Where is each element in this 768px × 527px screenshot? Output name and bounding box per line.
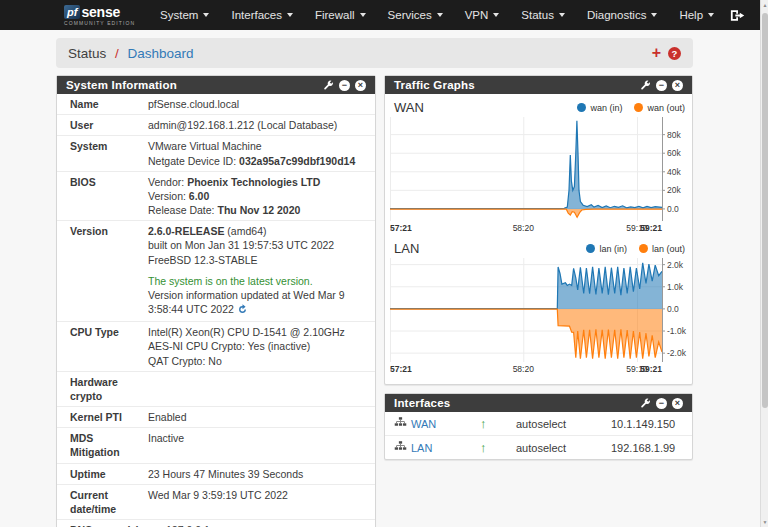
main-menu: SystemInterfacesFirewallServicesVPNStatu… (149, 0, 725, 30)
menu-firewall[interactable]: Firewall (304, 0, 377, 30)
si-label: MDS Mitigation (70, 431, 148, 459)
add-widget-icon[interactable]: + (652, 46, 661, 60)
interfaces-panel: Interfaces −× WAN↑autoselect10.1.149.150… (384, 393, 693, 460)
lan-chart: 2.0k1.0k0.0-1.0k-2.0k57:2158:2059:1059:2… (390, 256, 687, 375)
legend-item: lan (out) (639, 244, 685, 254)
breadcrumb-page-link[interactable]: Dashboard (128, 46, 194, 61)
svg-text:0.0: 0.0 (667, 304, 679, 314)
minimize-icon[interactable]: − (339, 80, 350, 91)
minimize-icon[interactable]: − (656, 398, 667, 409)
si-value: 2.6.0-RELEASE (amd64)built on Mon Jan 31… (148, 224, 365, 318)
chevron-down-icon (203, 13, 209, 17)
refresh-icon[interactable] (237, 304, 248, 318)
si-value: pfSense.cloud.local (148, 97, 365, 111)
close-icon[interactable]: × (355, 80, 366, 91)
legend-dot-icon (634, 103, 643, 112)
wrench-icon[interactable] (640, 398, 651, 409)
svg-text:20k: 20k (667, 185, 681, 195)
help-icon[interactable]: ? (668, 47, 681, 60)
si-row-uptime: Uptime23 Hours 47 Minutes 39 Seconds (57, 464, 375, 485)
legend-dot-icon (586, 244, 595, 253)
legend-dot-icon (577, 103, 586, 112)
minimize-icon[interactable]: − (656, 80, 667, 91)
legend-item: wan (in) (577, 103, 622, 113)
wrench-icon[interactable] (640, 80, 651, 91)
si-row-bios: BIOSVendor: Phoenix Technologies LTDVers… (57, 172, 375, 222)
scroll-down-icon[interactable]: ▼ (761, 519, 768, 525)
interface-row-lan: LAN↑autoselect192.168.1.99 (385, 435, 692, 459)
si-row-name: NamepfSense.cloud.local (57, 94, 375, 115)
svg-text:57:21: 57:21 (390, 364, 412, 374)
interface-media: autoselect (516, 442, 611, 454)
sitemap-icon (394, 417, 407, 430)
menu-system[interactable]: System (149, 0, 220, 30)
si-row-system: SystemVMware Virtual MachineNetgate Devi… (57, 136, 375, 171)
si-label: Name (70, 97, 148, 111)
svg-text:59:21: 59:21 (640, 223, 662, 233)
interface-address: 10.1.149.150 (611, 418, 683, 430)
menu-help[interactable]: Help (668, 0, 725, 30)
svg-text:58:20: 58:20 (513, 223, 535, 233)
si-row-current-date-time: Current date/timeWed Mar 9 3:59:19 UTC 2… (57, 485, 375, 520)
si-row-mds-mitigation: MDS MitigationInactive (57, 428, 375, 463)
page-scrollbar[interactable]: ▲ ▼ (760, 0, 768, 527)
legend-item: wan (out) (634, 103, 685, 113)
menu-status[interactable]: Status (510, 0, 576, 30)
interface-up-icon: ↑ (480, 418, 516, 430)
interface-link-lan[interactable]: LAN (411, 442, 432, 454)
legend: wan (in)wan (out) (577, 103, 685, 113)
scrollbar-thumb[interactable] (762, 13, 768, 408)
breadcrumb: Status / Dashboard + ? (56, 38, 693, 68)
panel-tools: −× (323, 80, 366, 91)
traffic-graphs-panel: Traffic Graphs −× WANwan (in)wan (out)80… (384, 75, 693, 385)
legend-dot-icon (639, 244, 648, 253)
panel-tools: −× (640, 398, 683, 409)
brand-edition: COMMUNITY EDITION (64, 20, 135, 26)
wrench-icon[interactable] (323, 80, 334, 91)
si-row-kernel-pti: Kernel PTIEnabled (57, 407, 375, 428)
lan-graph: LANlan (in)lan (out)2.0k1.0k0.0-1.0k-2.0… (390, 240, 687, 379)
wan-chart: 80k60k40k20k0.057:2158:2059:1059:21 (390, 115, 687, 234)
panel-title: Traffic Graphs (394, 79, 475, 91)
system-information-panel: System Information −× NamepfSense.cloud.… (56, 75, 376, 527)
menu-vpn[interactable]: VPN (454, 0, 511, 30)
menu-interfaces[interactable]: Interfaces (220, 0, 304, 30)
chevron-down-icon (559, 13, 565, 17)
close-icon[interactable]: × (672, 398, 683, 409)
si-row-user: Useradmin@192.168.1.212 (Local Database) (57, 115, 375, 136)
brand-name: sense (81, 5, 120, 19)
interface-media: autoselect (516, 418, 611, 430)
chevron-down-icon (708, 13, 714, 17)
interface-link-wan[interactable]: WAN (411, 418, 436, 430)
pfsense-logo[interactable]: pf sense COMMUNITY EDITION (64, 5, 135, 26)
svg-text:80k: 80k (667, 130, 681, 140)
si-label: Hardware crypto (70, 375, 148, 403)
si-value: Wed Mar 9 3:59:19 UTC 2022 (148, 488, 365, 516)
scroll-up-icon[interactable]: ▲ (761, 2, 768, 8)
si-label: User (70, 118, 148, 132)
top-navbar: pf sense COMMUNITY EDITION SystemInterfa… (0, 0, 760, 30)
si-value: Vendor: Phoenix Technologies LTDVersion:… (148, 175, 365, 218)
svg-text:0.0: 0.0 (667, 204, 679, 214)
svg-text:2.0k: 2.0k (667, 260, 684, 270)
si-value: 127.0.0.110.1.149.101.1.1.18.8.8.8 (148, 523, 365, 527)
si-label: CPU Type (70, 325, 148, 368)
system-information-body: NamepfSense.cloud.localUseradmin@192.168… (57, 94, 375, 527)
close-icon[interactable]: × (672, 80, 683, 91)
si-value (148, 375, 365, 403)
si-label: Current date/time (70, 488, 148, 516)
si-label: Kernel PTI (70, 410, 148, 424)
wan-graph: WANwan (in)wan (out)80k60k40k20k0.057:21… (390, 99, 687, 238)
si-value: admin@192.168.1.212 (Local Database) (148, 118, 365, 132)
menu-diagnostics[interactable]: Diagnostics (576, 0, 668, 30)
si-row-hardware-crypto: Hardware crypto (57, 372, 375, 407)
lan-graph-title: LAN (394, 241, 419, 256)
breadcrumb-section[interactable]: Status (68, 46, 106, 61)
chevron-down-icon (287, 13, 293, 17)
menu-services[interactable]: Services (377, 0, 454, 30)
sitemap-icon (394, 441, 407, 454)
interface-up-icon: ↑ (480, 442, 516, 454)
interfaces-header: Interfaces −× (385, 394, 692, 412)
list-item: 127.0.0.1 (166, 523, 365, 527)
sign-out-icon[interactable] (730, 9, 746, 22)
